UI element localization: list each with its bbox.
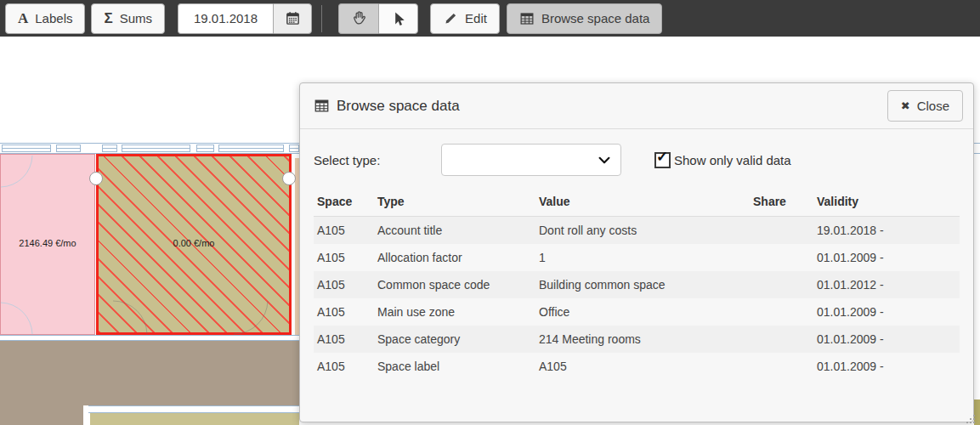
- wall-bottom-room-top: [88, 405, 299, 413]
- table-cell: 01.01.2009 -: [813, 244, 960, 271]
- table-cell: Common space code: [374, 271, 535, 298]
- table-cell: Allocation factor: [374, 244, 535, 271]
- table-row[interactable]: A105Main use zoneOffice01.01.2009 -: [314, 298, 960, 326]
- table-row[interactable]: A105Allocation factor101.01.2009 -: [314, 244, 960, 271]
- chevron-down-icon: [597, 153, 612, 168]
- room-right-edge-sliver: [974, 400, 980, 425]
- browse-space-data-dialog: Browse space data ✖ Close Select type: ✓…: [299, 82, 974, 422]
- window-segment: [218, 144, 284, 152]
- table-row[interactable]: A105Space labelA10501.01.2009 -: [314, 353, 960, 380]
- table-cell: [750, 271, 813, 298]
- dialog-body: Select type: ✓ Show only valid data Spac…: [300, 129, 973, 394]
- show-valid-data-checkbox[interactable]: ✓: [654, 152, 671, 168]
- table-body: A105Account titleDont roll any costs19.0…: [314, 217, 960, 381]
- date-control: [178, 3, 312, 34]
- room-bottom[interactable]: [90, 413, 299, 425]
- column-header: Validity: [813, 187, 960, 217]
- close-button[interactable]: ✖ Close: [887, 90, 963, 122]
- pointer-tool-group: [338, 3, 418, 34]
- cursor-arrow-icon: [390, 10, 407, 27]
- select-tool-button[interactable]: [378, 3, 418, 34]
- resize-grip-icon[interactable]: [966, 415, 968, 416]
- table-cell: [750, 326, 813, 353]
- window-segment: [122, 144, 190, 152]
- labels-a-icon: A: [18, 11, 28, 26]
- column-header: Value: [535, 187, 750, 217]
- corridor-lower-left: [0, 405, 83, 425]
- toolbar: A Labels Σ Sums: [0, 0, 980, 37]
- table-cell: A105: [314, 244, 374, 271]
- table-cell: Dont roll any costs: [535, 217, 750, 245]
- table-cell: Office: [535, 298, 750, 326]
- check-icon: ✓: [656, 148, 668, 166]
- filter-row: Select type: ✓ Show only valid data: [314, 143, 960, 177]
- dialog-title: Browse space data: [314, 98, 460, 115]
- sums-button-label: Sums: [120, 11, 152, 26]
- table-cell: Building common space: [535, 271, 750, 298]
- table-cell: 19.01.2018 -: [813, 217, 960, 245]
- room-selected-cost-label: 0.00 €/mo: [96, 238, 292, 248]
- sums-button[interactable]: Σ Sums: [91, 3, 165, 34]
- date-input[interactable]: [178, 3, 273, 34]
- window-segment: [289, 144, 299, 152]
- table-cell: [750, 217, 813, 245]
- column-header: Share: [750, 187, 813, 217]
- column-header: Space: [314, 187, 374, 217]
- select-type-label: Select type:: [314, 153, 441, 167]
- show-valid-data-label: Show only valid data: [674, 153, 791, 167]
- table-cell: 01.01.2012 -: [813, 271, 960, 298]
- room-pink-cost-label: 2146.49 €/mo: [0, 238, 95, 248]
- sigma-icon: Σ: [104, 11, 112, 26]
- table-cell: A105: [314, 217, 374, 245]
- column-header: Type: [374, 187, 535, 217]
- close-button-label: Close: [917, 99, 949, 113]
- labels-button[interactable]: A Labels: [5, 3, 85, 34]
- table-cell: Account title: [374, 217, 535, 245]
- table-row[interactable]: A105Space category214 Meeting rooms01.01…: [314, 326, 960, 353]
- edit-button-label: Edit: [465, 11, 487, 26]
- table-cell: Main use zone: [374, 298, 535, 326]
- table-row[interactable]: A105Common space codeBuilding common spa…: [314, 271, 960, 298]
- table-cell: 01.01.2009 -: [813, 326, 960, 353]
- wall-bottom-rooms: [0, 335, 299, 341]
- edit-button[interactable]: Edit: [430, 3, 500, 34]
- table-cell: A105: [314, 326, 374, 353]
- table-cell: A105: [314, 271, 374, 298]
- table-cell: [750, 353, 813, 380]
- dialog-title-text: Browse space data: [337, 98, 460, 115]
- show-valid-data-toggle[interactable]: ✓ Show only valid data: [654, 152, 791, 168]
- close-icon: ✖: [901, 99, 910, 112]
- space-data-table: SpaceTypeValueShareValidity A105Account …: [314, 187, 960, 380]
- table-cell: Space category: [374, 326, 535, 353]
- table-cell: [750, 244, 813, 271]
- selection-handle-right[interactable]: [282, 172, 296, 185]
- calendar-button[interactable]: [273, 3, 312, 34]
- calendar-icon: [285, 10, 301, 26]
- window-segment: [56, 144, 81, 152]
- table-icon: [314, 98, 330, 114]
- type-select[interactable]: [441, 144, 621, 176]
- table-cell: 01.01.2009 -: [813, 353, 960, 380]
- window-segment: [2, 144, 51, 152]
- corridor[interactable]: [0, 341, 299, 405]
- selection-handle-left[interactable]: [89, 172, 103, 185]
- table-cell: [750, 298, 813, 326]
- toolbar-separator: [321, 5, 322, 32]
- window-segment: [196, 144, 214, 152]
- table-icon: [519, 11, 535, 26]
- table-cell: A105: [314, 353, 374, 380]
- dialog-header: Browse space data ✖ Close: [300, 83, 973, 129]
- pan-tool-button[interactable]: [338, 3, 378, 34]
- labels-button-label: Labels: [35, 11, 72, 26]
- pencil-icon: [443, 11, 458, 26]
- window-segment: [102, 144, 117, 152]
- browse-button-label: Browse space data: [541, 11, 650, 26]
- browse-space-data-button[interactable]: Browse space data: [507, 3, 663, 34]
- table-cell: 214 Meeting rooms: [535, 326, 750, 353]
- table-cell: A105: [535, 353, 750, 380]
- table-row[interactable]: A105Account titleDont roll any costs19.0…: [314, 217, 960, 245]
- hand-icon: [350, 9, 368, 27]
- table-cell: A105: [314, 298, 374, 326]
- table-header-row: SpaceTypeValueShareValidity: [314, 187, 960, 217]
- table-cell: 1: [535, 244, 750, 271]
